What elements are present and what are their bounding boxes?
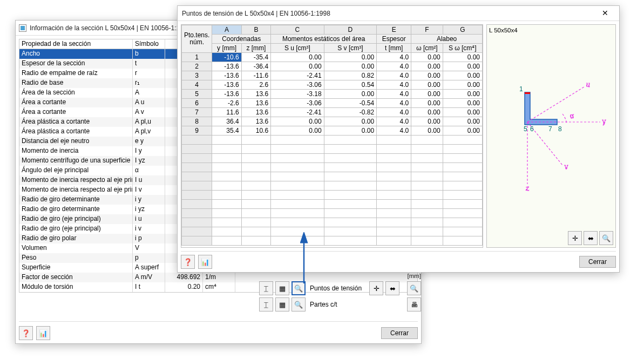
data-grid[interactable]: Pto.tens. núm. A B C D E F G Coordenadas… (181, 24, 483, 248)
dialog-help-button[interactable]: ❓ (181, 255, 195, 269)
dims-button[interactable]: ⬌ (385, 281, 399, 295)
preview-axes-button[interactable]: ✛ (568, 231, 582, 245)
dialog-titlebar[interactable]: Puntos de tensión de L 50x50x4 | EN 1005… (178, 6, 619, 21)
table-row[interactable]: 3-13.6-11.6-2.410.824.00.000.00 (182, 71, 483, 80)
unit-label: [mm] (407, 273, 421, 279)
mid-toolbar: [mm] ⌶ ▦ 🔍 Puntos de tensión ✛ ⬌ 🔍 ⌶ ▦ 🔍… (259, 273, 421, 311)
dialog-close-button[interactable]: Cerrar (579, 256, 616, 268)
col-prop: Propiedad de la sección (19, 39, 133, 49)
parts-label: Partes c/t (310, 301, 337, 308)
section-icon-button[interactable]: ⌶ (259, 281, 273, 295)
table-row[interactable]: 6-2.613.6-3.06-0.544.00.000.00 (182, 99, 483, 108)
values-icon-button[interactable]: ▦ (275, 281, 289, 295)
svg-text:5: 5 (524, 125, 527, 133)
values-icon2-button[interactable]: ▦ (275, 297, 289, 311)
svg-text:7: 7 (548, 125, 552, 133)
section-preview[interactable]: L 50x50x4 y z u v α 1 (486, 24, 616, 248)
dialog-export-button[interactable]: 📊 (198, 255, 212, 269)
table-row[interactable]: 2-13.6-36.40.000.004.00.000.00 (182, 62, 483, 71)
table-row[interactable]: 935.410.60.000.004.00.000.00 (182, 126, 483, 136)
export-button[interactable]: 📊 (36, 326, 50, 340)
svg-rect-1 (525, 92, 530, 94)
stress-points-dialog: Puntos de tensión de L 50x50x4 | EN 1005… (177, 5, 620, 273)
print-button[interactable]: 🔍 (407, 281, 421, 295)
col-sym: Símbolo (133, 39, 165, 49)
table-row[interactable]: 1-10.6-35.40.000.004.00.000.00 (182, 53, 483, 62)
table-row[interactable]: 836.413.60.000.004.00.000.00 (182, 117, 483, 126)
stress-points-label: Puntos de tensión (310, 285, 362, 292)
svg-text:1: 1 (519, 85, 523, 93)
dialog-title: Puntos de tensión de L 50x50x4 | EN 1005… (181, 10, 594, 17)
preview-zoom-button[interactable]: 🔍 (599, 231, 613, 245)
close-button[interactable]: Cerrar (381, 327, 418, 339)
table-row[interactable]: 5-13.613.6-3.180.004.00.000.00 (182, 90, 483, 99)
close-icon[interactable]: ✕ (594, 7, 616, 20)
preview-dims-button[interactable]: ⬌ (584, 231, 598, 245)
svg-text:α: α (570, 112, 574, 120)
preview-label: L 50x50x4 (489, 27, 518, 33)
corner-header: Pto.tens. núm. (182, 25, 212, 53)
printer-button[interactable]: 🖶 (407, 297, 421, 311)
axes-button[interactable]: ✛ (369, 281, 383, 295)
table-row[interactable]: 711.613.6-2.41-0.824.00.000.00 (182, 108, 483, 117)
svg-line-6 (527, 87, 584, 122)
svg-text:u: u (586, 81, 590, 89)
help-button[interactable]: ❓ (19, 326, 33, 340)
section-icon2-button[interactable]: ⌶ (259, 297, 273, 311)
app-icon (19, 24, 26, 32)
preview-svg: y z u v α 1 56 78 (487, 25, 615, 230)
svg-text:6: 6 (530, 125, 534, 133)
parts-button[interactable]: 🔍 (292, 297, 306, 311)
svg-text:y: y (602, 118, 606, 125)
stress-points-button[interactable]: 🔍 (292, 281, 306, 295)
table-row[interactable]: 4-13.62.6-3.060.544.00.000.00 (182, 80, 483, 90)
svg-text:z: z (526, 185, 529, 192)
svg-text:v: v (565, 163, 568, 171)
svg-text:8: 8 (558, 125, 562, 133)
